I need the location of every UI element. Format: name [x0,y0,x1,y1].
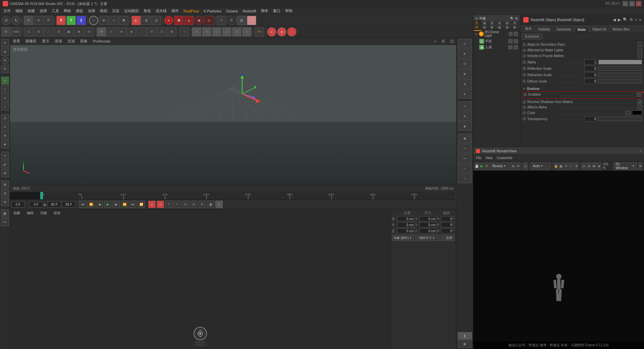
mode-y[interactable]: Y [66,16,76,25]
red-torus[interactable]: ◎ [204,16,214,25]
t2-new[interactable]: ↻ [1,27,11,37]
anim-loop[interactable]: 🔁 [138,201,145,208]
vt-ctrl3[interactable]: ◫ [449,38,455,44]
vt-ctrl2[interactable]: ⊡ [440,38,446,44]
rs-rv-extra5[interactable]: ⊡ [582,162,586,170]
menu-snap[interactable]: 捕捉 [74,8,85,14]
tool-e[interactable]: ≡ [1,94,9,102]
rs-rv-fit-dropdown[interactable]: Fit Window ▼ [613,162,637,170]
props-subtab-exclusion[interactable]: Exclusion [522,34,542,39]
tool-sculpt[interactable]: ⊞ [1,169,9,177]
prop-slider-transparency[interactable] [598,116,642,121]
menu-xparticles[interactable]: X-Particles [202,8,223,14]
prop-slider-alpha[interactable] [598,60,642,64]
t2-sel2[interactable]: ⊟ [34,27,43,37]
vt-display[interactable]: 显示 [41,38,51,44]
coord-z-rot[interactable] [441,228,454,234]
prop-circle-color[interactable] [523,111,526,114]
menu-plugins[interactable]: 插件 [169,8,181,14]
timeline-start-marker[interactable] [40,192,43,199]
prop-input-alpha[interactable] [584,59,597,65]
props-tab-matte[interactable]: Matte [575,27,589,33]
rt-btn7[interactable]: ⊙ [458,101,472,111]
coord-x-rot[interactable] [441,216,454,221]
render-btn[interactable]: ▶ [131,16,141,25]
menu-pipeline[interactable]: 流水线 [154,8,169,14]
shadow-arrow[interactable]: ▼ [523,87,525,90]
rt-btn6[interactable]: ⊗ [458,89,472,99]
rs-rv-circle[interactable]: ○ [569,162,574,170]
anim-next-key[interactable]: ⏩ [121,201,128,208]
menu-tools[interactable]: 工具 [50,8,61,14]
start-frame-input[interactable] [30,201,43,207]
vt-filter[interactable]: 过滤 [66,38,76,44]
rs-rv-extra8[interactable]: ◈ [597,162,601,170]
rs-rv-gear[interactable]: ⚙ [638,162,643,170]
tool-extra2[interactable]: ⊷ [1,218,9,226]
t2-d3[interactable]: ⊗ [117,27,126,37]
key-del[interactable]: ⊘ [182,201,189,208]
coord-size-mode-dropdown[interactable]: 绝对尺寸 ▼ [418,235,443,241]
rs-icon[interactable]: S [227,16,236,25]
key-rec1[interactable]: ● [148,201,156,208]
rt-btn10[interactable]: ▦ [458,134,472,143]
rs-rv-crop[interactable]: ⊡ [523,162,528,170]
props-settings[interactable]: ⚙ [630,17,633,22]
rt-btn2[interactable]: ⊞ [458,49,472,58]
menu-help[interactable]: 帮助 [283,8,294,14]
t2-poly[interactable]: ▦ [64,27,73,37]
prop-input-diffuse[interactable] [584,79,597,84]
tool-scale[interactable]: ⇱ [44,16,53,25]
t2-arrow[interactable]: ↑ [179,27,189,37]
redo-btn[interactable]: ↻ [11,16,21,25]
anim-to-start[interactable]: ⏮ [79,201,86,208]
prop-circle-1[interactable] [523,43,526,46]
rt-btn4[interactable]: ⊠ [458,69,472,79]
props-tab-visibility[interactable]: Visibility [535,26,553,33]
rs-rv-beauty-dropdown[interactable]: Beauty ▼ [490,162,510,170]
prop-check-secondary-rays[interactable] [638,42,642,47]
prop-circle-3[interactable] [523,54,526,58]
current-frame-input[interactable] [11,201,25,207]
prop-circle-2[interactable] [523,49,526,52]
menu-octane[interactable]: Octane [224,8,240,14]
rs-rv-extra4[interactable]: ▼ [574,162,579,170]
t2-shape5[interactable]: ⬡ [232,27,241,37]
menu-render[interactable]: 渲染 [110,8,121,14]
obj-vis2[interactable] [514,32,518,36]
anim-prev-frame[interactable]: ◀ [96,201,103,208]
key-grid[interactable]: ▦ [207,201,214,208]
prop-circle-alpha[interactable] [523,60,526,64]
props-tab-geometry[interactable]: Geometry [553,26,574,33]
t2-shape4[interactable]: ⬡ [222,27,231,37]
rs-rv-extra7[interactable]: ⊠ [592,162,596,170]
prop-slider-reflection[interactable] [598,66,642,71]
rt-btn13[interactable]: ⊹ [458,164,472,173]
tool-rotate2[interactable]: ⟳ [1,56,9,64]
t2-ss1[interactable]: ● [267,27,276,37]
tool-paint[interactable]: 🖌 [1,160,9,168]
maximize-btn[interactable]: □ [629,1,635,6]
mode-z[interactable]: Z [76,16,86,25]
t2-n1[interactable]: N [84,27,94,37]
props-tab-basic[interactable]: 基本 [522,25,535,33]
t2-eff[interactable]: FX [255,27,264,37]
tool-obj[interactable]: ○ [1,77,9,85]
tool-move[interactable]: ✛ [24,16,33,25]
menu-create[interactable]: 创建 [25,8,37,14]
props-tab-motionblur[interactable]: Motion Blur [610,26,633,33]
key-add[interactable]: + [173,201,181,208]
red-capsule[interactable]: ⬟ [174,16,183,25]
menu-select[interactable]: 选择 [38,8,49,14]
rect-sel[interactable]: ▪ [109,16,118,25]
prop-check-affects-alpha[interactable] [638,105,642,109]
color-swatch[interactable] [632,110,642,115]
tool-rotate[interactable]: ⟳ [34,16,43,25]
tool-sel2[interactable]: ⊙ [1,123,9,131]
tool-crosshair[interactable]: ✛ [1,39,9,47]
render-view[interactable]: ⊡ [152,16,161,25]
prop-slider-refraction[interactable] [598,72,642,77]
menu-scripts[interactable]: 脚本 [259,8,270,14]
rt-btn1[interactable]: ⊡ [458,39,472,48]
viewport-3d[interactable]: 透视视图 [10,45,456,185]
